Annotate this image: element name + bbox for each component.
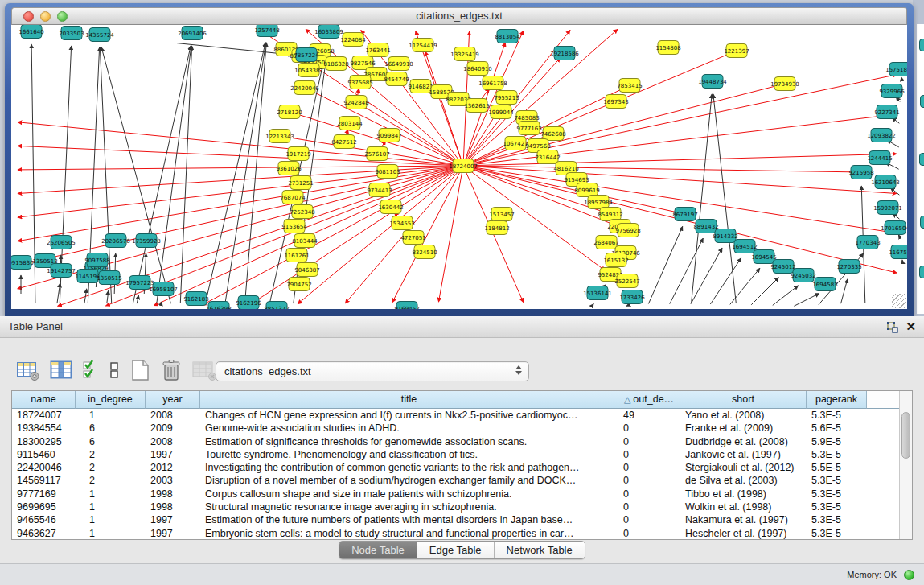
close-panel-icon[interactable]: ✕: [906, 319, 916, 334]
graph-node[interactable]: 2718120: [277, 105, 302, 119]
float-panel-icon[interactable]: [886, 321, 898, 336]
table-cell[interactable]: 18300295: [12, 435, 76, 448]
table-cell[interactable]: de Silva et al. (2003): [680, 474, 807, 487]
table-cell[interactable]: 1: [76, 488, 146, 501]
graph-node[interactable]: 11254419: [409, 39, 437, 52]
graph-node[interactable]: 7853415: [617, 79, 642, 93]
table-cell[interactable]: 5.3E-5: [807, 501, 867, 513]
graph-edge[interactable]: [794, 294, 819, 307]
table-cell[interactable]: 2: [76, 474, 146, 487]
graph-node[interactable]: 1067427: [503, 137, 528, 150]
table-cell[interactable]: 9115460: [12, 448, 76, 461]
resize-grip[interactable]: [892, 294, 906, 308]
table-cell[interactable]: 1997: [146, 448, 200, 461]
delete-column-icon[interactable]: [160, 358, 183, 382]
graph-node[interactable]: 8679197: [672, 208, 697, 221]
table-cell[interactable]: 9699695: [12, 501, 76, 513]
graph-node[interactable]: 9242848: [343, 96, 368, 109]
table-cell[interactable]: 5.9E-5: [807, 435, 867, 448]
graph-edge[interactable]: [751, 278, 778, 305]
graph-node[interactable]: 14355724: [85, 28, 114, 42]
column-header-short[interactable]: short: [680, 391, 807, 409]
table-cell[interactable]: Jankovic et al. (1997): [680, 448, 807, 461]
table-cell[interactable]: 0: [618, 488, 680, 501]
graph-node[interactable]: 15751874: [885, 63, 907, 76]
graph-node[interactable]: 1697343: [603, 95, 628, 109]
table-cell[interactable]: Wolkin et al. (1998): [680, 501, 807, 513]
table-cell[interactable]: 9465546: [12, 513, 76, 526]
graph-node[interactable]: 7252348: [290, 205, 314, 219]
graph-node[interactable]: 20691406: [178, 27, 207, 40]
table-cell[interactable]: 18724007: [12, 409, 76, 422]
table-cell[interactable]: 5.6E-5: [807, 422, 867, 435]
table-cell[interactable]: 0: [618, 448, 680, 461]
graph-node[interactable]: 1257448: [254, 25, 279, 37]
graph-node[interactable]: 1661640: [18, 25, 43, 39]
graph-node[interactable]: 9081103: [375, 165, 400, 179]
select-column-icon[interactable]: [49, 359, 73, 381]
graph-edge[interactable]: [18, 167, 458, 265]
graph-node[interactable]: 16033809: [314, 25, 343, 39]
graph-node[interactable]: 8454749: [384, 72, 409, 86]
table-cell[interactable]: 0: [618, 513, 680, 526]
column-header-in-degree[interactable]: in_degree: [76, 391, 146, 409]
graph-node[interactable]: 2803144: [337, 117, 363, 130]
table-cell[interactable]: 1: [76, 501, 146, 513]
table-cell[interactable]: 2009: [146, 422, 200, 435]
table-row[interactable]: 969969511998Structural magnetic resonanc…: [12, 501, 899, 513]
tab-edge-table[interactable]: Edge Table: [417, 542, 495, 558]
table-cell[interactable]: Tourette syndrome. Phenomenology and cla…: [200, 448, 618, 461]
graph-node[interactable]: 15992071: [873, 201, 902, 215]
graph-node[interactable]: 1221397: [724, 44, 749, 58]
graph-node[interactable]: 9099847: [376, 129, 401, 142]
graph-node[interactable]: 9245012: [770, 260, 795, 274]
table-cell[interactable]: 0: [618, 501, 680, 513]
table-cell[interactable]: Yano et al. (2008): [680, 409, 807, 422]
column-header-out-degree[interactable]: △out_de…: [618, 391, 680, 409]
graph-node[interactable]: 2033503: [59, 27, 84, 40]
graph-node[interactable]: 19448734: [698, 75, 727, 89]
close-window-button[interactable]: [23, 11, 34, 22]
table-cell[interactable]: 6: [76, 435, 146, 448]
row-height-icon[interactable]: [109, 359, 120, 381]
table-cell[interactable]: Disruption of a novel member of a sodium…: [200, 474, 618, 487]
graph-edge[interactable]: [691, 248, 722, 304]
graph-node[interactable]: 16961758: [478, 76, 507, 90]
graph-node[interactable]: 8851372: [264, 302, 289, 310]
graph-edge[interactable]: [841, 279, 848, 303]
table-cell[interactable]: Dudbridge et al. (2008): [680, 435, 807, 448]
graph-node[interactable]: 12093822: [867, 129, 896, 142]
table-selector-dropdown[interactable]: citations_edges.txt: [216, 361, 529, 381]
graph-node[interactable]: 8324510: [412, 245, 437, 259]
graph-node[interactable]: 1244415: [867, 151, 892, 165]
table-cell[interactable]: Genome-wide association studies in ADHD.: [200, 422, 618, 435]
graph-node[interactable]: 1362615: [464, 99, 489, 113]
graph-node[interactable]: 8914332: [713, 229, 737, 243]
table-cell[interactable]: Changes of HCN gene expression and I(f) …: [200, 409, 618, 422]
table-cell[interactable]: 1998: [146, 501, 200, 513]
graph-node[interactable]: 9215958: [848, 166, 873, 179]
graph-node[interactable]: 7462608: [540, 127, 565, 141]
table-cell[interactable]: 2: [76, 448, 146, 461]
graph-edge[interactable]: [901, 77, 902, 80]
minimize-window-button[interactable]: [40, 11, 51, 22]
graph-node[interactable]: 1534553: [389, 216, 414, 230]
table-row[interactable]: 1872400712008Changes of HCN gene express…: [12, 409, 899, 422]
table-row[interactable]: 1456911722003Disruption of a novel membe…: [12, 474, 899, 487]
graph-edge[interactable]: [250, 168, 459, 304]
graph-node[interactable]: 19142757: [47, 264, 76, 278]
graph-node[interactable]: 9734413: [367, 183, 392, 197]
table-row[interactable]: 946362711997Embryonic stem cells: a mode…: [12, 527, 899, 539]
column-header-pagerank[interactable]: pagerank: [807, 391, 867, 409]
table-cell[interactable]: 1: [76, 527, 146, 539]
graph-node[interactable]: 16649910: [384, 57, 413, 71]
table-cell[interactable]: Nakamura et al. (1997): [680, 513, 807, 526]
graph-node[interactable]: 1770343: [855, 236, 880, 249]
table-cell[interactable]: 9463627: [12, 527, 76, 539]
graph-edge[interactable]: [468, 154, 897, 166]
table-cell[interactable]: 5.5E-5: [807, 461, 867, 474]
graph-edge[interactable]: [137, 295, 138, 303]
graph-node[interactable]: 1184812: [484, 221, 509, 235]
table-cell[interactable]: 5.3E-5: [807, 488, 867, 501]
table-cell[interactable]: 1: [76, 513, 146, 526]
